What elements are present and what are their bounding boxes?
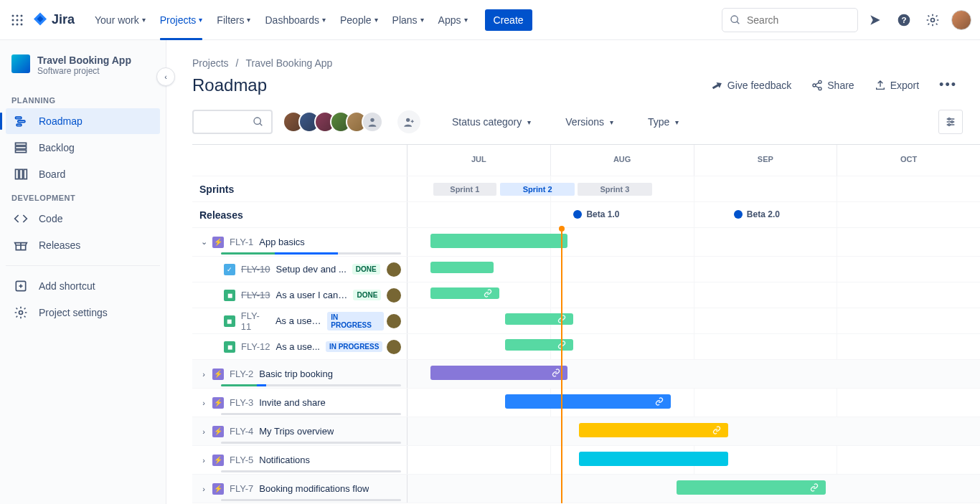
svg-point-34 [370, 118, 374, 122]
issue-key[interactable]: FLY-7 [230, 483, 253, 494]
story-icon: ◼ [224, 341, 235, 353]
issue-title: Setup dev and ... [275, 264, 346, 275]
issue-key[interactable]: FLY-5 [230, 455, 253, 465]
svg-point-7 [17, 23, 19, 25]
status-category-filter[interactable]: Status category▾ [449, 113, 534, 130]
nav-item-projects[interactable]: Projects▾ [154, 10, 209, 30]
sprint-pill[interactable]: Sprint 2 [500, 183, 575, 196]
view-settings-button[interactable] [938, 110, 963, 134]
issue-key[interactable]: FLY-12 [241, 341, 270, 352]
epic-icon: ⚡ [212, 455, 224, 466]
timeline-bar[interactable] [430, 366, 568, 380]
assignee-filter-avatars[interactable] [283, 111, 383, 133]
sidebar-item-add-shortcut[interactable]: Add shortcut [6, 273, 160, 299]
expand-toggle[interactable]: › [198, 456, 209, 465]
issue-key[interactable]: FLY-11 [241, 310, 270, 332]
project-header[interactable]: Travel Booking App Software project [6, 54, 160, 90]
epic-icon: ⚡ [212, 426, 224, 437]
app-switcher-icon[interactable] [9, 11, 26, 29]
svg-point-5 [21, 19, 23, 21]
breadcrumb-root[interactable]: Projects [192, 57, 229, 69]
assignee-avatar[interactable] [387, 340, 401, 354]
svg-line-33 [260, 123, 262, 125]
issue-key[interactable]: FLY-2 [230, 369, 253, 379]
more-actions-button[interactable]: ••• [933, 73, 963, 97]
timeline-bar[interactable] [579, 423, 727, 437]
sidebar-item-releases[interactable]: Releases [6, 232, 160, 258]
status-badge: IN PROGRESS [326, 341, 382, 352]
breadcrumb-current[interactable]: Travel Booking App [245, 57, 332, 69]
versions-filter[interactable]: Versions▾ [562, 113, 616, 130]
month-header: SEP [694, 145, 837, 176]
issue-key[interactable]: FLY-1 [230, 237, 253, 247]
nav-item-your-work[interactable]: Your work▾ [89, 10, 151, 30]
issue-key[interactable]: FLY-10 [241, 264, 270, 275]
timeline-bar[interactable] [505, 394, 671, 409]
timeline-bar[interactable] [505, 339, 574, 351]
svg-line-30 [816, 82, 819, 85]
release-marker[interactable]: Beta 2.0 [734, 209, 780, 219]
timeline-bar[interactable] [430, 234, 568, 248]
sidebar-item-roadmap[interactable]: Roadmap [6, 108, 160, 134]
month-header: JUL [407, 145, 550, 176]
sidebar-item-project-settings[interactable]: Project settings [6, 300, 160, 325]
issue-key[interactable]: FLY-13 [241, 290, 270, 300]
link-icon [482, 287, 494, 299]
sprint-pill[interactable]: Sprint 1 [433, 183, 496, 196]
timeline-bar[interactable] [430, 262, 494, 273]
expand-toggle[interactable]: › [198, 485, 209, 493]
expand-toggle[interactable]: › [198, 427, 209, 436]
timeline-bar[interactable] [430, 287, 499, 299]
type-filter[interactable]: Type▾ [645, 113, 682, 130]
notifications-icon[interactable] [864, 9, 887, 32]
nav-item-dashboards[interactable]: Dashboards▾ [259, 10, 331, 30]
settings-icon[interactable] [921, 9, 944, 32]
link-icon [711, 424, 722, 436]
nav-item-people[interactable]: People▾ [334, 10, 384, 30]
share-button[interactable]: Share [806, 75, 859, 95]
month-header: OCT [837, 145, 980, 176]
expand-toggle[interactable]: › [198, 370, 209, 379]
unassigned-avatar[interactable] [362, 111, 383, 133]
sidebar-item-backlog[interactable]: Backlog [6, 135, 160, 161]
give-feedback-button[interactable]: Give feedback [705, 75, 798, 96]
assignee-avatar[interactable] [387, 314, 401, 328]
assignee-avatar[interactable] [387, 288, 401, 303]
sidebar-item-code[interactable]: Code [6, 206, 160, 232]
nav-item-plans[interactable]: Plans▾ [387, 10, 430, 30]
search-input[interactable] [747, 14, 872, 26]
create-button[interactable]: Create [485, 9, 532, 31]
code-icon [13, 211, 29, 226]
assignee-avatar[interactable] [387, 262, 401, 277]
add-people-button[interactable] [397, 110, 420, 133]
svg-point-8 [21, 23, 23, 25]
sprints-row-label: Sprints [192, 176, 407, 201]
expand-toggle[interactable]: › [198, 399, 209, 407]
release-marker[interactable]: Beta 1.0 [573, 209, 619, 219]
sidebar-item-board[interactable]: Board [6, 161, 160, 187]
filter-search-input[interactable] [192, 110, 273, 134]
roadmap-icon [13, 114, 29, 128]
epic-row: ›⚡FLY-3Invite and share [192, 389, 980, 417]
task-icon: ✓ [224, 264, 235, 275]
timeline-bar[interactable] [579, 452, 727, 466]
jira-logo[interactable]: Jira [32, 11, 75, 29]
search-box[interactable] [722, 8, 858, 32]
issue-key[interactable]: FLY-3 [230, 397, 253, 408]
issue-key[interactable]: FLY-4 [230, 426, 253, 437]
top-nav: Jira Your work▾Projects▾Filters▾Dashboar… [0, 0, 980, 40]
nav-item-filters[interactable]: Filters▾ [211, 10, 256, 30]
sidebar-collapse-button[interactable]: ‹ [156, 67, 175, 86]
export-button[interactable]: Export [869, 75, 925, 95]
timeline-bar[interactable] [677, 480, 825, 495]
svg-line-10 [737, 22, 739, 24]
nav-item-apps[interactable]: Apps▾ [433, 10, 473, 30]
sprint-pill[interactable]: Sprint 3 [578, 183, 652, 196]
timeline-bar[interactable] [505, 313, 574, 325]
breadcrumb: Projects / Travel Booking App [192, 40, 980, 72]
user-avatar[interactable] [951, 10, 971, 30]
expand-toggle[interactable]: ⌄ [198, 237, 209, 247]
board-icon [13, 167, 29, 181]
help-icon[interactable]: ? [892, 9, 915, 32]
link-icon [556, 339, 567, 351]
